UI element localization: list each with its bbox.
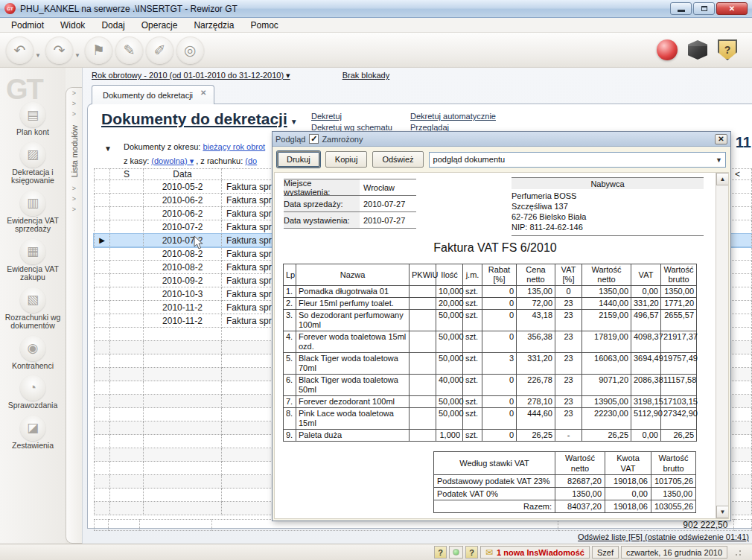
action-link-dekretuj[interactable]: Dekretuj — [311, 112, 397, 121]
decree-document-icon[interactable]: ✐ — [146, 36, 173, 64]
modules-strip[interactable]: >>> Lista modułów >>> — [66, 87, 82, 544]
forward-icon-dropdown[interactable]: ▼ — [74, 52, 80, 59]
sidebar-item-chart-of-accounts[interactable]: ▤Plan kont — [0, 102, 66, 137]
item-unit: szt. — [463, 396, 482, 408]
back-icon-dropdown[interactable]: ▼ — [35, 52, 41, 59]
item-lp: 8. — [284, 408, 296, 430]
forward-icon[interactable]: ↷ — [45, 36, 73, 64]
menu-widok[interactable]: Widok — [52, 18, 93, 33]
user-status[interactable]: Szef — [592, 546, 619, 559]
filter-collapse-icon[interactable]: ▼ — [104, 144, 112, 153]
frozen-checkbox[interactable]: ✓ — [309, 134, 319, 144]
sidebar-item-reports[interactable]: ◔Sprawozdania — [0, 375, 66, 410]
back-icon[interactable]: ↶ — [6, 36, 34, 64]
preview-mode-select[interactable]: podgląd dokumentu ▼ — [429, 152, 726, 168]
menu-podmiot[interactable]: Podmiot — [3, 18, 52, 33]
help-status-icon[interactable]: ? — [434, 546, 447, 559]
item-gross-value: 2655,57 — [661, 310, 697, 331]
item-net-price: 356,38 — [517, 331, 555, 353]
item-vat-rate: 0 — [555, 286, 582, 298]
sidebar-item-vat-sales[interactable]: ▥Ewidencja VAT sprzedaży — [0, 191, 66, 234]
tab-dokumenty-do-dekretacji[interactable]: Dokumenty do dekretacji ✕ — [92, 85, 214, 104]
items-column-header: Lp — [284, 264, 296, 286]
attach-document-icon[interactable]: ✎ — [115, 36, 143, 64]
item-gross-value: 1771,20 — [661, 298, 697, 310]
cell-date: 2010-10-3 — [144, 287, 222, 301]
help-status-icon-2[interactable]: ? — [465, 546, 478, 559]
help-shield-icon[interactable]: ? — [718, 39, 737, 60]
dialog-title-bar[interactable]: Podgląd ✓ Zamrożony ✕ — [273, 132, 730, 147]
empty-cell — [94, 328, 110, 341]
menu-operacje[interactable]: Operacje — [133, 18, 186, 33]
scroll-up-icon[interactable]: ▲ — [716, 173, 729, 185]
cell-s — [110, 220, 144, 234]
drukuj-button[interactable]: Drukuj — [277, 151, 320, 168]
column-header[interactable] — [94, 168, 110, 180]
tab-close-icon[interactable]: ✕ — [200, 89, 206, 97]
sidebar-item-contractors[interactable]: ◉Kontrahenci — [0, 336, 66, 371]
empty-cell — [94, 475, 110, 489]
odśwież-button[interactable]: Odśwież — [372, 151, 423, 168]
resize-grip[interactable] — [734, 549, 742, 556]
cash-filter-link[interactable]: (dowolna) ▾ — [151, 156, 194, 165]
menu-pomoc[interactable]: Pomoc — [242, 18, 286, 33]
scroll-down-icon[interactable]: ▼ — [716, 506, 729, 518]
clipped-text-fragment: 11 — [736, 134, 751, 151]
item-vat-value: 0,00 — [631, 286, 661, 298]
item-vat-value: 3694,49 — [631, 353, 661, 375]
invoice-item-row: 4.Forever woda toaletowa 15ml ozd.50,000… — [284, 331, 697, 353]
restore-button[interactable] — [693, 2, 715, 15]
insert-orb-icon[interactable] — [657, 39, 678, 60]
item-net-price: 226,78 — [517, 375, 555, 396]
item-discount: 0 — [482, 396, 517, 408]
item-pkwiu — [410, 298, 436, 310]
envelope-icon: ✉ — [485, 547, 493, 558]
cell-date: 2010-08-2 — [144, 261, 222, 274]
preview-document-icon[interactable]: ◎ — [176, 36, 204, 64]
lock-status-link[interactable]: Brak blokady — [342, 71, 390, 80]
dialog-close-icon[interactable]: ✕ — [715, 134, 727, 144]
page-title[interactable]: Dokumenty do dekretacji — [101, 110, 287, 128]
item-gross-value: 17103,15 — [661, 396, 697, 408]
sidebar-item-statements[interactable]: ◪Zestawienia — [0, 416, 66, 451]
cell-s — [110, 180, 144, 194]
column-header[interactable]: S — [110, 168, 144, 180]
refresh-list-link[interactable]: Odśwież listę [F5] (ostatnie odświeżenie… — [578, 532, 749, 541]
kopiuj-button[interactable]: Kopiuj — [325, 151, 368, 168]
period-filter-link[interactable]: bieżący rok obrot — [203, 142, 265, 151]
flag-icon[interactable]: ⚑ — [85, 36, 112, 64]
items-column-header: Nazwa — [296, 264, 410, 286]
minimize-button[interactable] — [670, 2, 692, 15]
item-gross-value: 21917,37 — [661, 331, 697, 353]
item-gross-value: 26,25 — [661, 430, 697, 442]
empty-cell — [144, 381, 222, 395]
cell-date: 2010-07-2 — [144, 220, 222, 234]
invoice-item-row: 2.Fleur 15ml perfumy toalet.20,000szt.07… — [284, 298, 697, 310]
sidebar-item-label: Sprawozdania — [8, 401, 58, 410]
action-link-dekretuj-automatycznie[interactable]: Dekretuj automatycznie — [410, 112, 496, 121]
cube-icon[interactable] — [688, 40, 707, 60]
empty-cell — [110, 489, 144, 502]
insmail-status[interactable]: ✉ 1 nowa InsWiadomość — [480, 546, 590, 559]
cell-s — [110, 247, 144, 261]
preview-scrollbar[interactable]: ▲ ▼ — [716, 173, 728, 518]
fiscal-year-link[interactable]: Rok obrotowy - 2010 (od 01-01-2010 do 31… — [92, 71, 290, 80]
item-vat-value: 0,00 — [631, 430, 661, 442]
cell-date: 2010-06-2 — [144, 207, 222, 220]
close-button[interactable]: ✕ — [716, 2, 748, 15]
item-discount: 0 — [482, 310, 517, 331]
account-filter-link[interactable]: (do — [245, 156, 257, 165]
menu-dodaj[interactable]: Dodaj — [93, 18, 133, 33]
sidebar-item-posting[interactable]: ▨Dekretacja i księgowanie — [0, 142, 66, 185]
vat-summary-label: Razem: — [434, 500, 555, 513]
cell-s — [110, 314, 144, 328]
menu-narzędzia[interactable]: Narzędzia — [185, 18, 242, 33]
item-vat-rate: - — [555, 430, 582, 442]
column-header[interactable]: Data — [144, 168, 222, 180]
sidebar-item-settlements[interactable]: ▧Rozrachunki wg dokumentów — [0, 287, 66, 331]
sidebar-item-vat-purchase[interactable]: ▦Ewidencja VAT zakupu — [0, 239, 66, 282]
item-discount: 0 — [482, 430, 517, 442]
vat-summary-net: 82687,20 — [555, 475, 605, 488]
empty-cell — [110, 328, 144, 341]
rewizor-gt-window: { "window": { "title": "PHU_KANKEL na se… — [0, 0, 752, 560]
